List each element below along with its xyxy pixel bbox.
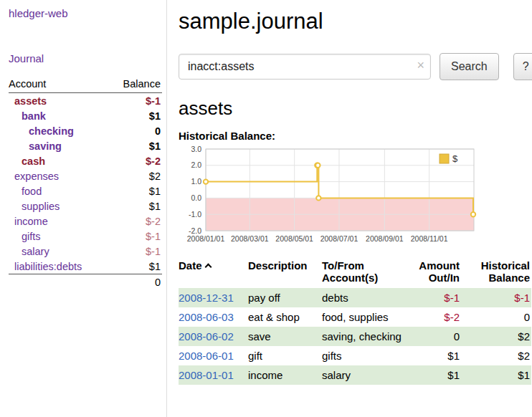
app-title-link[interactable]: hledger-web: [9, 7, 162, 19]
svg-text:0.0: 0.0: [191, 193, 201, 202]
register-table-body: 2008-12-31pay offdebts$-1$-12008-06-03ea…: [179, 288, 531, 385]
register-row: 2008-06-02savesaving, checking0$2: [179, 327, 531, 346]
register-header-row: Date Description To/From Account(s) Amou…: [179, 257, 531, 288]
svg-text:2008/01/01: 2008/01/01: [187, 234, 225, 243]
sort-ascending-icon: [204, 264, 212, 271]
transaction-accounts: debts: [322, 288, 408, 307]
legend-swatch: [440, 154, 449, 163]
register-header-date[interactable]: Date: [179, 257, 248, 288]
transaction-accounts: salary: [322, 365, 408, 385]
account-balance: $-1: [146, 231, 161, 242]
sidebar-account-gifts[interactable]: gifts: [22, 231, 41, 242]
main-content: sample.journal × Search ? assets Histori…: [167, 0, 532, 417]
help-button[interactable]: ?: [513, 53, 532, 80]
account-heading: assets: [179, 97, 532, 120]
account-balance: $1: [149, 186, 161, 197]
transaction-accounts: saving, checking: [322, 327, 408, 346]
svg-text:2.0: 2.0: [191, 160, 201, 169]
accounts-table-header: Account Balance: [9, 76, 162, 93]
transaction-description: gift: [248, 346, 322, 365]
accounts-panel: Account Balance assets$-1bank$1checking0…: [9, 76, 162, 290]
transaction-balance: $2: [465, 346, 531, 365]
transaction-date-link[interactable]: 2008-06-01: [179, 350, 234, 362]
register-header-balance: Historical Balance: [465, 257, 531, 288]
register-table: Date Description To/From Account(s) Amou…: [179, 257, 531, 385]
transaction-date-link[interactable]: 2008-06-03: [179, 311, 234, 323]
account-balance: $2: [149, 171, 161, 182]
accounts-header-balance: Balance: [123, 78, 161, 90]
sidebar-account-food[interactable]: food: [22, 186, 42, 197]
clear-search-icon[interactable]: ×: [417, 59, 424, 72]
sidebar-account-expenses[interactable]: expenses: [14, 171, 59, 182]
transaction-balance: 0: [465, 307, 531, 327]
transaction-description: eat & shop: [248, 307, 322, 327]
transaction-description: pay off: [248, 288, 322, 307]
svg-text:-1.0: -1.0: [189, 210, 201, 219]
transaction-amount: 0: [408, 327, 465, 346]
svg-text:2008/03/01: 2008/03/01: [231, 234, 269, 243]
accounts-total-row: 0: [9, 274, 162, 290]
transaction-date-link[interactable]: 2008-01-01: [179, 369, 234, 381]
transaction-balance: $-1: [465, 288, 531, 307]
search-input[interactable]: [179, 54, 431, 80]
transaction-date-link[interactable]: 2008-06-02: [179, 330, 234, 342]
account-row: checking0: [9, 123, 162, 138]
sidebar-account-income[interactable]: income: [14, 216, 48, 227]
sidebar-item-journal[interactable]: Journal: [9, 52, 162, 64]
account-row: salary$-1: [9, 244, 162, 259]
historical-balance-chart: 3.02.01.00.0-1.0-2.02008/01/012008/03/01…: [179, 145, 532, 249]
register-row: 2008-06-03eat & shopfood, supplies$-20: [179, 307, 531, 327]
account-row: food$1: [9, 183, 162, 198]
account-balance: $-2: [146, 155, 161, 167]
register-header-date-label: Date: [179, 259, 202, 272]
transaction-description: income: [248, 365, 322, 385]
register-row: 2008-12-31pay offdebts$-1$-1: [179, 288, 531, 307]
account-row: saving$1: [9, 138, 162, 153]
transaction-balance: $2: [465, 327, 531, 346]
sidebar-account-saving[interactable]: saving: [29, 140, 62, 152]
account-row: supplies$1: [9, 198, 162, 214]
account-balance: $1: [149, 140, 161, 152]
sidebar-account-bank[interactable]: bank: [22, 110, 46, 122]
sidebar-account-cash[interactable]: cash: [22, 155, 45, 167]
sidebar: hledger-web Journal Account Balance asse…: [0, 0, 167, 417]
account-row: liabilities:debts$1: [9, 259, 162, 274]
svg-text:2008/05/01: 2008/05/01: [275, 234, 313, 243]
transaction-amount: $1: [408, 346, 465, 365]
accounts-total-value: 0: [155, 277, 161, 288]
account-row: gifts$-1: [9, 229, 162, 244]
transaction-amount: $-1: [408, 288, 465, 307]
search-button[interactable]: Search: [440, 53, 499, 80]
svg-text:-2.0: -2.0: [189, 226, 201, 235]
svg-text:2008/07/01: 2008/07/01: [320, 234, 358, 243]
sidebar-account-assets[interactable]: assets: [14, 95, 47, 107]
transaction-accounts: food, supplies: [322, 307, 408, 327]
transaction-balance: $1: [465, 365, 531, 385]
account-balance: $1: [149, 261, 161, 272]
transaction-date-link[interactable]: 2008-12-31: [179, 292, 234, 304]
sidebar-account-liabilities-debts[interactable]: liabilities:debts: [14, 261, 82, 272]
account-row: assets$-1: [9, 93, 162, 108]
svg-text:2008/09/01: 2008/09/01: [366, 234, 404, 243]
sidebar-account-supplies[interactable]: supplies: [22, 201, 60, 212]
accounts-table-body: assets$-1bank$1checking0saving$1cash$-2e…: [9, 93, 162, 274]
account-row: cash$-2: [9, 153, 162, 168]
account-balance: $1: [149, 110, 161, 122]
register-row: 2008-01-01incomesalary$1$1: [179, 365, 531, 385]
sidebar-account-checking[interactable]: checking: [29, 125, 74, 137]
accounts-header-account: Account: [9, 78, 46, 90]
transaction-amount: $-2: [408, 307, 465, 327]
account-balance: $-1: [146, 246, 161, 257]
register-header-amount: Amount Out/In: [408, 257, 465, 288]
account-row: income$-2: [9, 214, 162, 229]
app-window: hledger-web Journal Account Balance asse…: [0, 0, 532, 417]
search-bar: × Search ?: [179, 53, 532, 80]
page-title: sample.journal: [179, 9, 532, 34]
svg-text:1.0: 1.0: [191, 177, 201, 186]
svg-text:2008/11/01: 2008/11/01: [411, 234, 448, 243]
account-balance: $-2: [146, 216, 161, 227]
chart-title: Historical Balance:: [179, 130, 532, 142]
chart-canvas: 3.02.01.00.0-1.0-2.02008/01/012008/03/01…: [179, 145, 481, 246]
sidebar-account-salary[interactable]: salary: [22, 246, 49, 257]
search-field-wrap: ×: [179, 54, 431, 80]
